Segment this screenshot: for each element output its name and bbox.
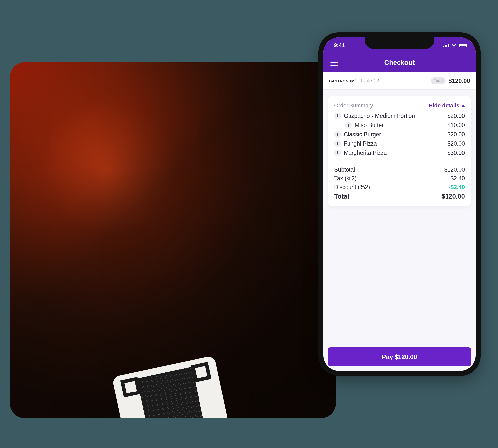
table-label: Table 12: [360, 78, 379, 84]
discount-label: Discount (%2): [334, 184, 370, 191]
menu-icon[interactable]: [330, 60, 338, 66]
order-summary-card: Order Summary Hide details 1Gazpacho - M…: [328, 96, 471, 206]
hide-details-toggle[interactable]: Hide details: [429, 102, 465, 109]
restaurant-brand: GASTRONOMÉ: [329, 79, 357, 83]
order-item: 1Funghi Pizza$20.00: [334, 140, 465, 147]
phone-notch: [365, 37, 434, 49]
battery-icon: [459, 44, 467, 47]
divider: [334, 162, 465, 162]
footer: Pay $120.00: [323, 343, 476, 371]
tax-value: $2.40: [450, 175, 465, 182]
sub-header: GASTRONOMÉ Table 12 Total $120.00: [323, 72, 476, 90]
header-total-amount: $120.00: [448, 77, 470, 84]
item-name: Gazpacho - Medium Portion: [344, 113, 445, 119]
item-name: Funghi Pizza: [344, 140, 445, 147]
item-price: $20.00: [448, 140, 465, 147]
item-qty-badge: 1: [345, 122, 352, 129]
phone-frame: 9:41 Checkout GASTRONOMÉ Table 12 Total …: [318, 32, 481, 376]
item-price: $20.00: [448, 113, 465, 119]
tax-row: Tax (%2) $2.40: [334, 175, 465, 182]
body-area: Order Summary Hide details 1Gazpacho - M…: [323, 90, 476, 343]
page-title: Checkout: [384, 59, 415, 67]
order-items-list: 1Gazpacho - Medium Portion$20.001Miso Bu…: [334, 113, 465, 156]
app-header: Checkout: [323, 53, 476, 72]
item-name: Margherita Pizza: [344, 150, 445, 156]
item-qty-badge: 1: [334, 140, 341, 147]
wifi-icon: [451, 42, 457, 49]
lifestyle-photo: [10, 62, 336, 418]
order-item: 1Classic Burger$20.00: [334, 131, 465, 138]
item-name: Classic Burger: [344, 131, 445, 138]
discount-value: -$2.40: [449, 184, 465, 191]
subtotal-value: $120.00: [444, 167, 465, 173]
item-name: Miso Butter: [355, 122, 445, 129]
item-price: $20.00: [448, 131, 465, 138]
status-time: 9:41: [334, 42, 345, 49]
subtotal-row: Subtotal $120.00: [334, 167, 465, 173]
discount-row: Discount (%2) -$2.40: [334, 184, 465, 191]
subtotal-label: Subtotal: [334, 167, 355, 173]
item-price: $30.00: [448, 150, 465, 156]
pay-button[interactable]: Pay $120.00: [328, 347, 471, 366]
total-row: Total $120.00: [334, 193, 465, 200]
item-qty-badge: 1: [334, 113, 341, 119]
cellular-icon: [443, 43, 449, 47]
total-label: Total: [334, 193, 349, 200]
qr-sticker: [112, 355, 229, 418]
order-item: 1Margherita Pizza$30.00: [334, 150, 465, 156]
phone-screen: 9:41 Checkout GASTRONOMÉ Table 12 Total …: [323, 37, 476, 371]
order-item: 1Gazpacho - Medium Portion$20.00: [334, 113, 465, 119]
tax-label: Tax (%2): [334, 175, 357, 182]
item-qty-badge: 1: [334, 150, 341, 156]
total-chip: Total: [431, 77, 446, 84]
order-item: 1Miso Butter$10.00: [334, 122, 465, 129]
hide-details-label: Hide details: [429, 102, 459, 109]
item-price: $10.00: [448, 122, 465, 129]
chevron-up-icon: [461, 105, 465, 107]
total-value: $120.00: [442, 193, 465, 200]
order-summary-title: Order Summary: [334, 102, 373, 109]
item-qty-badge: 1: [334, 131, 341, 138]
